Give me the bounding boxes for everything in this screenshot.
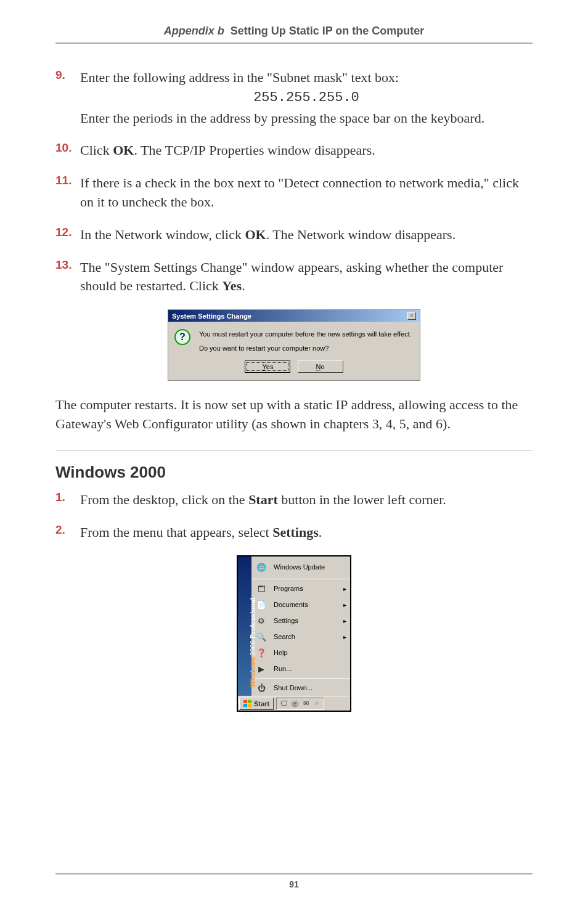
step-13: 13. The "System Settings Change" window … <box>55 258 533 296</box>
yes-bold: Yes <box>222 278 242 293</box>
dialog-buttons: Yes No <box>168 358 420 380</box>
system-settings-change-dialog: System Settings Change × ? You must rest… <box>168 309 420 381</box>
menu-search[interactable]: 🔍 Search ▸ <box>251 629 350 645</box>
step-number: 10. <box>55 141 80 155</box>
start-menu-sidebar: Windows 2000 Professional <box>238 556 251 696</box>
dialog-line-1: You must restart your computer before th… <box>199 329 412 340</box>
step-text: . The <box>134 142 165 158</box>
step-number: 13. <box>55 258 80 272</box>
ok-bold: OK <box>113 142 134 158</box>
menu-windows-update[interactable]: 🌐 Windows Update <box>251 556 350 577</box>
menu-separator <box>251 579 350 579</box>
step-text: From the menu that appears, select <box>80 524 272 540</box>
dialog-line-2: Do you want to restart your computer now… <box>199 343 412 354</box>
step-text: Enter the periods in the address by pres… <box>80 110 484 126</box>
ip-text: IP <box>336 397 348 412</box>
tray-ie-icon[interactable]: ⓔ <box>290 699 299 708</box>
start-bold: Start <box>248 492 278 507</box>
step-b-2: 2. From the menu that appears, select Se… <box>55 523 533 542</box>
ok-bold: OK <box>245 227 266 242</box>
footer-rule <box>55 873 533 874</box>
page-header: Appendix b Setting Up Static IP on the C… <box>55 25 533 38</box>
menu-documents[interactable]: 📄 Documents ▸ <box>251 597 350 613</box>
header-appendix: Appendix b <box>164 25 224 37</box>
tcpip-text: TCP/IP <box>165 142 206 158</box>
side-windows: Windows <box>249 658 256 687</box>
step-number: 2. <box>55 523 80 537</box>
menu-settings[interactable]: ⚙ Settings ▸ <box>251 613 350 629</box>
tray-outlook-icon[interactable]: ✉ <box>301 699 310 708</box>
programs-icon: 🗔 <box>255 582 267 595</box>
taskbar: Start 🖵 ⓔ ✉ ▫ <box>238 696 350 711</box>
page-footer: 91 <box>0 873 588 889</box>
step-body: From the desktop, click on the Start but… <box>80 491 533 510</box>
submenu-arrow-icon: ▸ <box>343 585 346 592</box>
start-label: Start <box>254 700 269 707</box>
dialog-title: System Settings Change <box>172 312 251 320</box>
side-2000: 2000 <box>249 641 256 656</box>
close-button[interactable]: × <box>407 312 416 320</box>
tray-icon[interactable]: ▫ <box>312 699 321 708</box>
step-text: Enter the following address in the "Subn… <box>80 70 399 85</box>
menu-label: Settings <box>274 617 343 624</box>
submenu-arrow-icon: ▸ <box>343 634 346 640</box>
shutdown-icon: ⏻ <box>255 682 267 694</box>
step-body: If there is a check in the box next to "… <box>80 174 533 212</box>
step-body: In the Network window, click OK. The Net… <box>80 226 533 245</box>
step-text: button in the lower left corner. <box>278 492 446 507</box>
settings-bold: Settings <box>272 524 319 540</box>
side-professional: Professional <box>249 598 256 639</box>
step-number: 12. <box>55 226 80 239</box>
menu-label: Shut Down... <box>274 684 346 691</box>
start-menu: Windows 2000 Professional 🌐 Windows Upda… <box>237 555 351 712</box>
no-button[interactable]: No <box>298 361 343 373</box>
step-12: 12. In the Network window, click OK. The… <box>55 226 533 245</box>
step-text: In the Network window, click <box>80 227 245 242</box>
step-11: 11. If there is a check in the box next … <box>55 174 533 212</box>
menu-run[interactable]: ▶ Run... <box>251 661 350 677</box>
yes-button[interactable]: Yes <box>245 361 290 373</box>
menu-programs[interactable]: 🗔 Programs ▸ <box>251 581 350 597</box>
step-body: Enter the following address in the "Subn… <box>80 68 533 128</box>
step-text: . <box>319 524 322 540</box>
menu-label: Documents <box>274 601 343 608</box>
step-9: 9. Enter the following address in the "S… <box>55 68 533 128</box>
step-number: 1. <box>55 491 80 504</box>
step-number: 11. <box>55 174 80 187</box>
start-button[interactable]: Start <box>239 698 274 710</box>
step-text: The "System Settings Change" window appe… <box>80 259 503 294</box>
step-10: 10. Click OK. The TCP/IP Properties wind… <box>55 141 533 160</box>
section-title-windows-2000: Windows 2000 <box>55 463 533 482</box>
dialog-titlebar: System Settings Change × <box>168 310 420 322</box>
header-title: Setting Up Static IP on the Computer <box>231 25 425 37</box>
page-number: 91 <box>0 879 588 889</box>
menu-label: Run... <box>274 665 346 672</box>
step-body: From the menu that appears, select Setti… <box>80 523 533 542</box>
documents-icon: 📄 <box>255 598 267 611</box>
menu-help[interactable]: ❓ Help <box>251 645 350 661</box>
step-text: . <box>242 278 245 293</box>
step-text: Click <box>80 142 113 158</box>
submenu-arrow-icon: ▸ <box>343 601 346 608</box>
submenu-arrow-icon: ▸ <box>343 618 346 624</box>
search-icon: 🔍 <box>255 630 267 643</box>
menu-separator <box>251 678 350 679</box>
section-divider <box>55 450 533 450</box>
question-icon: ? <box>174 329 190 345</box>
menu-shutdown[interactable]: ⏻ Shut Down... <box>251 680 350 696</box>
run-icon: ▶ <box>255 662 267 675</box>
subnet-mask-value: 255.255.255.0 <box>80 89 533 108</box>
step-body: Click OK. The TCP/IP Properties window d… <box>80 141 533 160</box>
globe-icon: 🌐 <box>255 561 267 573</box>
menu-label: Windows Update <box>274 563 346 571</box>
settings-icon: ⚙ <box>255 614 267 627</box>
quick-launch-tray: 🖵 ⓔ ✉ ▫ <box>276 698 324 710</box>
tray-desktop-icon[interactable]: 🖵 <box>279 699 288 708</box>
step-text: From the desktop, click on the <box>80 492 248 507</box>
menu-label: Help <box>274 649 346 656</box>
help-icon: ❓ <box>255 646 267 659</box>
windows-flag-icon <box>243 700 252 707</box>
step-number: 9. <box>55 68 80 82</box>
step-text: Properties window disappears. <box>206 142 375 158</box>
step-text: . The Network window disappears. <box>266 227 456 242</box>
